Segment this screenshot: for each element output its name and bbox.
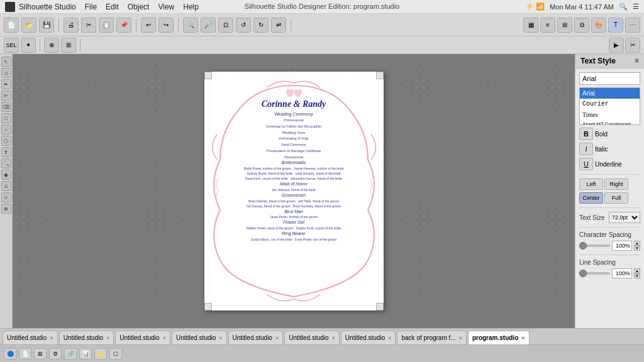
rect-tool[interactable]: □ [1,113,11,123]
status-btn-7[interactable]: ⭐ [94,348,107,359]
char-spacing-down[interactable]: ▼ [634,246,640,251]
cut-btn[interactable]: ✂ [81,18,96,33]
status-btn-4[interactable]: ⚙ [49,348,62,359]
menu-object[interactable]: Object [128,3,150,11]
open-btn[interactable]: 📂 [21,18,36,33]
align-left-btn[interactable]: Left [579,178,603,190]
status-btn-2[interactable]: 📄 [19,348,31,359]
fill-btn[interactable]: 🎨 [591,18,606,33]
pointer-tool[interactable]: ↖ [1,57,11,67]
point-tool[interactable]: ✦ [21,38,36,53]
tab-program-studio[interactable]: program.studio × [468,331,530,344]
status-btn-6[interactable]: 📊 [79,348,92,359]
status-btn-5[interactable]: 🔗 [64,348,77,359]
char-spacing-slider[interactable] [579,244,610,247]
text-size-select[interactable]: 72.0pt [609,212,640,223]
tab-untitled-6[interactable]: Untitled.studio × [284,331,340,344]
font-list-item-courier[interactable]: Courier [580,99,640,109]
tab-untitled-2[interactable]: Untitled.studio × [59,331,114,344]
document[interactable]: Corinne & Randy Wedding Ceremony Process… [204,72,384,310]
status-btn-8[interactable]: ⬡ [109,348,122,359]
char-spacing-thumb[interactable] [579,242,587,250]
search-icon[interactable]: 🔍 [619,3,628,11]
align-right-btn[interactable]: Right [604,178,628,190]
canvas-area[interactable]: Corinne & Randy Wedding Ceremony Process… [13,54,575,328]
zoom-in-btn[interactable]: 🔎 [201,18,216,33]
font-list-item-times[interactable]: Times [580,109,640,120]
tab-close-2[interactable]: × [106,335,109,341]
fill-tool[interactable]: ◉ [1,170,11,180]
redo-btn[interactable]: ↪ [158,18,174,33]
underline-button[interactable]: U [579,158,593,170]
tab-untitled-4[interactable]: Untitled.studio × [172,331,227,344]
line-spacing-thumb[interactable] [579,270,587,277]
zoom-tool[interactable]: 🔍 [1,158,11,168]
rotate-left-btn[interactable]: ↺ [236,18,251,33]
print-btn[interactable]: 🖨 [64,18,79,33]
tab-close-5[interactable]: × [275,335,279,341]
more-btn[interactable]: ⋯ [625,18,640,33]
tab-close-3[interactable]: × [163,335,166,341]
cut2-btn[interactable]: ✂ [625,38,640,53]
menu-silhouette[interactable]: Silhouette Studio [19,3,76,11]
tab-untitled-1[interactable]: Untitled.studio × [3,331,58,344]
tab-untitled-7[interactable]: Untitled.studio × [341,331,396,344]
panel-close-btn[interactable]: × [635,57,639,65]
layers-btn[interactable]: ⧉ [574,18,589,33]
rotate-right-btn[interactable]: ↻ [253,18,269,33]
mirror-btn[interactable]: ⇌ [271,18,286,33]
ellipse-tool[interactable]: ○ [1,124,11,134]
tab-back-program[interactable]: back of program f... × [397,331,466,344]
menu-help[interactable]: Help [183,3,199,11]
eraser-tool[interactable]: ⌫ [1,102,11,112]
text-style-btn[interactable]: T [608,18,623,33]
save-btn[interactable]: 💾 [39,18,54,33]
font-name-input[interactable] [579,72,640,85]
grid-snap-btn[interactable]: ⊞ [61,38,76,53]
menu-file[interactable]: File [85,3,97,11]
line-spacing-up[interactable]: ▲ [634,268,640,273]
font-list[interactable]: Arial Courier Times Akadi MT Condensed E… [579,87,640,125]
line-spacing-input[interactable] [612,268,632,278]
undo-btn[interactable]: ↩ [141,18,156,33]
align-center-btn[interactable]: Center [579,192,603,204]
zoom-fit-btn[interactable]: ⊡ [218,18,233,33]
menu-edit[interactable]: Edit [106,3,119,11]
status-btn-1[interactable]: 🔵 [4,348,16,359]
crop-tool[interactable]: ⊹ [1,192,11,202]
menu-icon[interactable]: ☰ [633,3,639,11]
tab-close-1[interactable]: × [50,335,53,341]
weld-tool[interactable]: ⊗ [1,204,11,214]
align-btn[interactable]: ≡ [540,18,555,33]
font-list-item-akadi-ext[interactable]: Akadi MT Condensed Extr [580,120,640,125]
font-list-item-arial[interactable]: Arial [580,88,640,99]
char-spacing-up[interactable]: ▲ [634,241,640,246]
line-spacing-slider[interactable] [579,272,610,275]
node-tool[interactable]: ◇ [1,68,11,78]
char-spacing-input[interactable] [612,241,632,251]
align-full-btn[interactable]: Full [604,192,628,204]
bold-button[interactable]: B [579,128,593,140]
snap-btn[interactable]: ⊕ [44,38,59,53]
menu-view[interactable]: View [158,3,174,11]
send-btn[interactable]: ▶ [609,38,624,53]
select-tool[interactable]: SEL [4,38,19,53]
paste-btn[interactable]: 📌 [116,18,131,33]
tab-close-4[interactable]: × [219,335,222,341]
new-btn[interactable]: 📄 [4,18,19,33]
text-tool[interactable]: T [1,147,11,157]
pencil-tool[interactable]: ✏ [1,90,11,101]
copy-btn[interactable]: 📋 [99,18,114,33]
zoom-out-btn[interactable]: 🔍 [183,18,198,33]
tab-untitled-5[interactable]: Untitled.studio × [228,331,284,344]
group-btn[interactable]: ⊞ [557,18,572,33]
grid-btn[interactable]: ▦ [523,18,538,33]
italic-button[interactable]: I [579,143,593,155]
tab-untitled-3[interactable]: Untitled.studio × [115,331,170,344]
tab-close-6[interactable]: × [332,335,335,341]
status-btn-3[interactable]: ⊞ [34,348,47,359]
tab-close-7[interactable]: × [388,335,391,341]
bezier-tool[interactable]: ✒ [1,79,11,89]
tab-close-program[interactable]: × [521,335,525,341]
tab-close-back[interactable]: × [459,335,462,341]
